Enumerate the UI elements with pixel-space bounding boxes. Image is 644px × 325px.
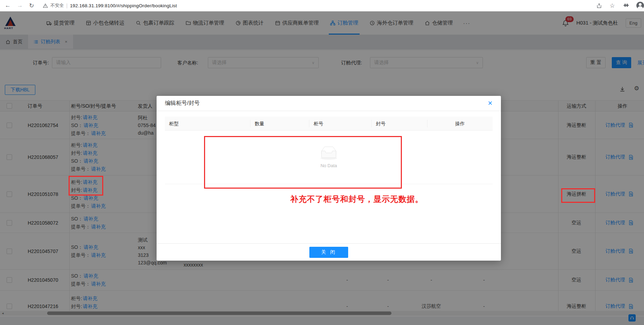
modal-col-action: 操作 [427,120,493,127]
browser-nav: ← → ↻ [5,2,34,9]
modal-col-quantity: 数量 [250,120,309,127]
annotation-rect-row-links [69,176,103,196]
modal-close-icon[interactable]: ✕ [488,100,493,107]
url-separator: | [66,3,68,8]
modal-col-container-no: 柜号 [309,120,371,127]
reload-icon[interactable]: ↻ [29,2,34,9]
modal-footer: 关 闭 [157,243,501,261]
annotation-rect-empty-area [204,136,402,189]
browser-chrome: ← → ↻ 不安全 | 192.168.31.199:8100/#/shippi… [0,0,644,11]
modal-col-seal-no: 封号 [371,120,427,127]
modal-close-button[interactable]: 关 闭 [309,247,348,258]
modal-title: 编辑柜号/封号 [165,100,200,107]
back-icon[interactable]: ← [5,2,11,9]
url-text: 192.168.31.199:8100/#/shippingOrder/book… [70,3,177,8]
security-label: 不安全 [50,2,64,9]
annotation-note: 补充不了柜号和封号，显示无数据。 [290,194,423,205]
share-icon[interactable] [596,3,602,9]
address-bar[interactable]: 不安全 | 192.168.31.199:8100/#/shippingOrde… [43,2,177,9]
annotation-rect-transport [561,188,595,203]
extensions-puzzle-icon[interactable] [623,2,629,9]
modal-table-header: 柜型 数量 柜号 封号 操作 [165,117,493,130]
bookmark-star-icon[interactable]: ☆ [610,2,615,9]
forward-icon[interactable]: → [17,2,23,9]
modal-header: 编辑柜号/封号 ✕ [157,96,501,111]
warning-icon [43,3,48,8]
modal-col-container-type: 柜型 [165,120,250,127]
profile-avatar[interactable] [636,2,644,9]
browser-actions: ☆ [596,2,644,9]
